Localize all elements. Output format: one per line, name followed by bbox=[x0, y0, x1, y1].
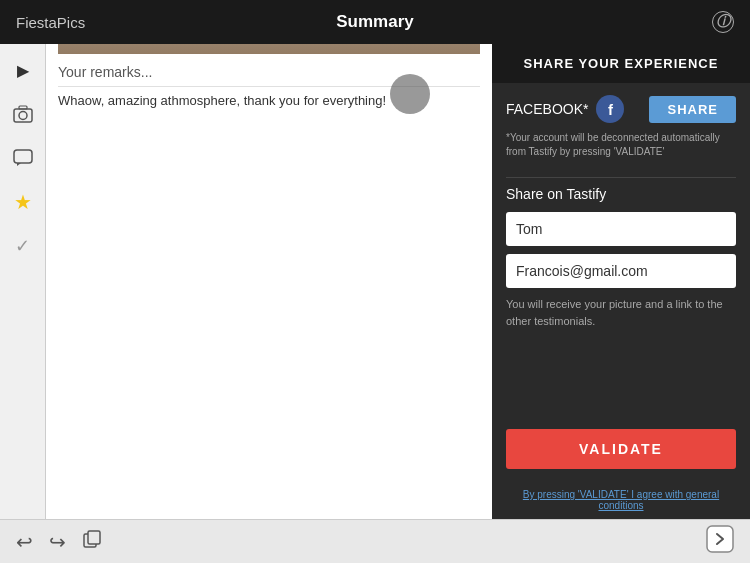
sidebar: ▶ ★ ✓ bbox=[0, 44, 46, 519]
sidebar-camera-button[interactable] bbox=[7, 98, 39, 130]
sidebar-play-button[interactable]: ▶ bbox=[7, 54, 39, 86]
svg-rect-6 bbox=[707, 526, 733, 552]
copy-button[interactable] bbox=[82, 529, 102, 554]
main-container: ▶ ★ ✓ bbox=[0, 44, 750, 519]
svg-point-1 bbox=[19, 112, 27, 120]
bottom-left-actions: ↩ ↪ bbox=[16, 529, 102, 554]
divider bbox=[506, 177, 736, 178]
share-on-tastify-label: Share on Tastify bbox=[506, 186, 736, 202]
share-content: FACEBOOK* f SHARE *Your account will be … bbox=[492, 83, 750, 481]
facebook-text: FACEBOOK* bbox=[506, 101, 588, 117]
undo-button[interactable]: ↩ bbox=[16, 530, 33, 554]
content-area: ⚡ Tastify Your remarks... Whaow, amazing… bbox=[46, 44, 492, 519]
top-bar: FiestaPics Summary ⓘ bbox=[0, 0, 750, 44]
page-title: Summary bbox=[336, 12, 413, 32]
info-button[interactable]: ⓘ bbox=[712, 11, 734, 33]
redo-button[interactable]: ↪ bbox=[49, 530, 66, 554]
bottom-bar: ↩ ↪ bbox=[0, 519, 750, 563]
facebook-row: FACEBOOK* f SHARE bbox=[506, 95, 736, 123]
sidebar-chat-button[interactable] bbox=[7, 142, 39, 174]
facebook-icon: f bbox=[596, 95, 624, 123]
name-input[interactable] bbox=[506, 212, 736, 246]
sidebar-star-button[interactable]: ★ bbox=[7, 186, 39, 218]
app-name: FiestaPics bbox=[16, 14, 85, 31]
next-button[interactable] bbox=[706, 525, 734, 558]
svg-rect-2 bbox=[19, 106, 27, 109]
sidebar-check-button[interactable]: ✓ bbox=[7, 230, 39, 262]
right-panel: SHARE YOUR EXPERIENCE FACEBOOK* f SHARE … bbox=[492, 44, 750, 519]
terms-link[interactable]: By pressing 'VALIDATE' I agree with gene… bbox=[492, 481, 750, 519]
svg-rect-5 bbox=[88, 531, 100, 544]
tastify-note: You will receive your picture and a link… bbox=[506, 296, 736, 329]
svg-rect-3 bbox=[14, 150, 32, 163]
facebook-label: FACEBOOK* f bbox=[506, 95, 624, 123]
share-experience-header: SHARE YOUR EXPERIENCE bbox=[492, 44, 750, 83]
sofa-area bbox=[58, 44, 480, 54]
email-input[interactable] bbox=[506, 254, 736, 288]
wall-decor bbox=[390, 74, 430, 114]
validate-button[interactable]: VALIDATE bbox=[506, 429, 736, 469]
facebook-share-button[interactable]: SHARE bbox=[649, 96, 736, 123]
facebook-note: *Your account will be deconnected automa… bbox=[506, 131, 736, 159]
